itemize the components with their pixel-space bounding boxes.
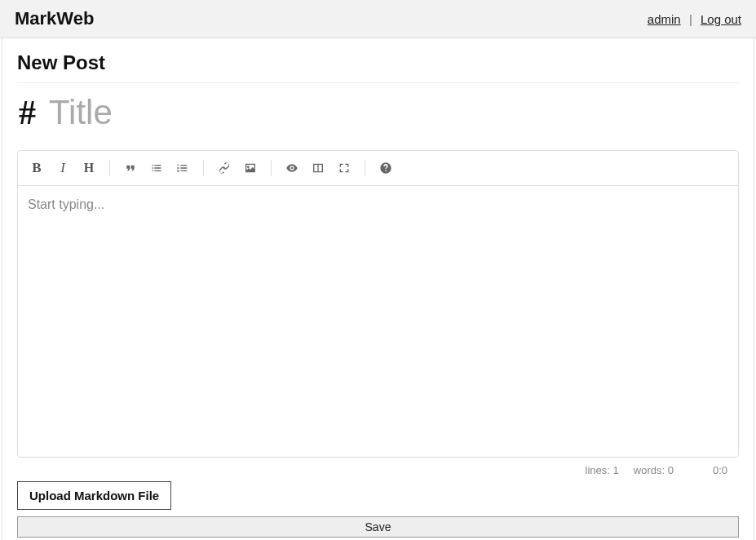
brand-logo[interactable]: MarkWeb — [15, 8, 94, 29]
upload-markdown-button[interactable]: Upload Markdown File — [17, 481, 171, 510]
main-content: New Post # B I H — [2, 38, 754, 540]
toolbar-separator — [271, 160, 272, 176]
lines-count: lines: 1 — [586, 464, 619, 476]
editor-toolbar: B I H — [18, 151, 738, 186]
title-input[interactable] — [49, 93, 739, 132]
save-button[interactable]: Save — [17, 516, 739, 538]
italic-button[interactable]: I — [52, 157, 73, 179]
editor-body — [18, 186, 738, 457]
unordered-list-button[interactable] — [146, 157, 167, 179]
hash-icon: # — [19, 93, 36, 132]
ordered-list-button[interactable] — [172, 157, 193, 179]
cursor-position: 0:0 — [713, 464, 727, 476]
preview-button[interactable] — [281, 157, 303, 179]
quote-button[interactable] — [120, 157, 141, 179]
logout-link[interactable]: Log out — [701, 12, 741, 26]
admin-link[interactable]: admin — [648, 12, 681, 26]
link-separator: | — [689, 12, 692, 26]
image-button[interactable] — [240, 157, 261, 179]
words-count: words: 0 — [634, 464, 674, 476]
fullscreen-button[interactable] — [334, 157, 355, 179]
editor-status-bar: lines: 1 words: 0 0:0 — [17, 458, 739, 481]
markdown-editor: B I H — [17, 150, 739, 458]
side-by-side-button[interactable] — [307, 157, 329, 179]
bold-button[interactable]: B — [26, 157, 47, 179]
link-button[interactable] — [214, 157, 235, 179]
content-textarea[interactable] — [28, 197, 728, 442]
user-links: admin | Log out — [648, 12, 741, 26]
heading-button[interactable]: H — [78, 157, 99, 179]
title-row: # — [17, 93, 739, 132]
toolbar-separator — [203, 160, 204, 176]
toolbar-separator — [365, 160, 365, 176]
help-button[interactable] — [375, 157, 396, 179]
page-title: New Post — [17, 51, 739, 83]
top-bar: MarkWeb admin | Log out — [0, 0, 756, 38]
toolbar-separator — [109, 160, 110, 176]
